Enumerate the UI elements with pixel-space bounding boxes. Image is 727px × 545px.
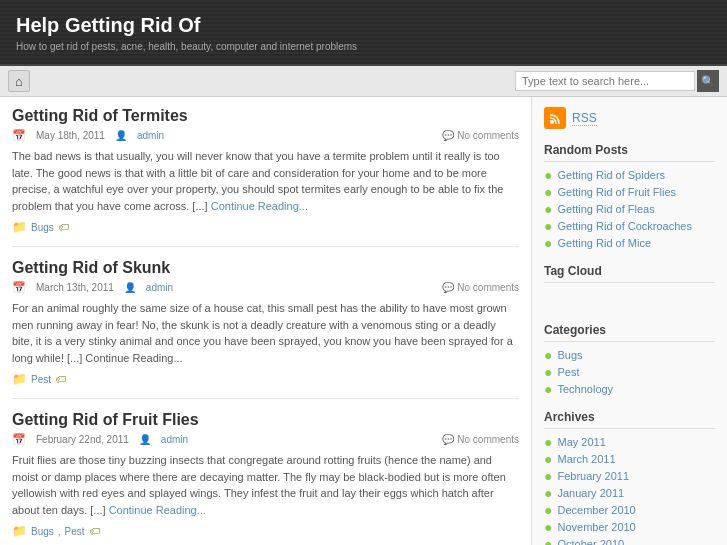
tag-cloud-content [544, 289, 715, 309]
random-post-link[interactable]: Getting Rid of Fruit Flies [557, 186, 676, 198]
bullet-icon: ● [544, 520, 552, 534]
random-post-link[interactable]: Getting Rid of Cockroaches [557, 220, 692, 232]
search-input[interactable] [515, 71, 695, 91]
tag-cloud-title: Tag Cloud [544, 264, 715, 283]
archive-link[interactable]: October 2010 [557, 538, 624, 545]
post-excerpt: The bad news is that usually, you will n… [12, 148, 519, 214]
archive-link[interactable]: January 2011 [557, 487, 624, 499]
post-excerpt: For an animal roughly the same size of a… [12, 300, 519, 366]
categories-list: ● Bugs ● Pest ● Technology [544, 348, 715, 396]
site-title: Help Getting Rid Of [16, 14, 711, 37]
post-meta: 📅 March 13th, 2011 👤 admin 💬 No comments [12, 281, 519, 294]
bullet-icon: ● [544, 236, 552, 250]
bullet-icon: ● [544, 503, 552, 517]
tag-link[interactable]: Pest [31, 374, 51, 385]
sidebar: RSS Random Posts ● Getting Rid of Spider… [532, 97, 727, 545]
archives-title: Archives [544, 410, 715, 429]
bullet-icon: ● [544, 348, 552, 362]
archive-link[interactable]: March 2011 [557, 453, 615, 465]
search-button[interactable]: 🔍 [697, 70, 719, 92]
post-tags: 📁 Bugs 🏷 [12, 220, 519, 234]
bullet-icon: ● [544, 219, 552, 233]
list-item: ● Getting Rid of Fruit Flies [544, 185, 715, 199]
archive-link[interactable]: May 2011 [557, 436, 605, 448]
list-item: ● Pest [544, 365, 715, 379]
category-link[interactable]: Bugs [557, 349, 582, 361]
home-button[interactable]: ⌂ [8, 70, 30, 92]
category-link[interactable]: Pest [557, 366, 579, 378]
random-posts-list: ● Getting Rid of Spiders ● Getting Rid o… [544, 168, 715, 250]
random-post-link[interactable]: Getting Rid of Fleas [557, 203, 654, 215]
random-post-link[interactable]: Getting Rid of Mice [557, 237, 651, 249]
post-tags: 📁 Pest 🏷 [12, 372, 519, 386]
archive-link[interactable]: February 2011 [557, 470, 629, 482]
post-comments[interactable]: 💬 No comments [442, 130, 519, 141]
post-1: Getting Rid of Termites 📅 May 18th, 2011… [12, 107, 519, 247]
bullet-icon: ● [544, 202, 552, 216]
navbar: ⌂ 🔍 [0, 66, 727, 97]
post-tags: 📁 Bugs, Pest 🏷 [12, 524, 519, 538]
archives-widget: Archives ● May 2011 ● March 2011 ● Febru… [544, 410, 715, 545]
categories-title: Categories [544, 323, 715, 342]
bullet-icon: ● [544, 486, 552, 500]
post-comments[interactable]: 💬 No comments [442, 282, 519, 293]
tag-icon: 🏷 [55, 373, 66, 385]
post-title[interactable]: Getting Rid of Fruit Flies [12, 411, 519, 429]
categories-widget: Categories ● Bugs ● Pest ● Technology [544, 323, 715, 396]
bullet-icon: ● [544, 185, 552, 199]
content-area: Getting Rid of Termites 📅 May 18th, 2011… [0, 97, 532, 545]
author-icon: 👤 [139, 434, 151, 445]
list-item: ● Getting Rid of Spiders [544, 168, 715, 182]
calendar-icon: 📅 [12, 433, 26, 446]
random-post-link[interactable]: Getting Rid of Spiders [557, 169, 665, 181]
post-comments[interactable]: 💬 No comments [442, 434, 519, 445]
list-item: ● February 2011 [544, 469, 715, 483]
author-icon: 👤 [115, 130, 127, 141]
tag-icon: 🏷 [89, 525, 100, 537]
post-author[interactable]: admin [161, 434, 188, 445]
list-item: ● March 2011 [544, 452, 715, 466]
list-item: ● Getting Rid of Mice [544, 236, 715, 250]
archive-link[interactable]: November 2010 [557, 521, 635, 533]
list-item: ● Technology [544, 382, 715, 396]
main-layout: Getting Rid of Termites 📅 May 18th, 2011… [0, 97, 727, 545]
folder-icon: 📁 [12, 372, 27, 386]
list-item: ● November 2010 [544, 520, 715, 534]
bullet-icon: ● [544, 537, 552, 545]
post-3: Getting Rid of Fruit Flies 📅 February 22… [12, 411, 519, 545]
folder-icon: 📁 [12, 524, 27, 538]
comment-icon: 💬 [442, 130, 454, 141]
svg-point-0 [550, 120, 554, 124]
comment-icon: 💬 [442, 434, 454, 445]
site-header: Help Getting Rid Of How to get rid of pe… [0, 0, 727, 66]
continue-reading-link[interactable]: Continue Reading... [109, 504, 206, 516]
post-date: February 22nd, 2011 [36, 434, 129, 445]
tag-link-bugs[interactable]: Bugs [31, 526, 54, 537]
post-author[interactable]: admin [146, 282, 173, 293]
list-item: ● Bugs [544, 348, 715, 362]
archives-list: ● May 2011 ● March 2011 ● February 2011 … [544, 435, 715, 545]
post-title[interactable]: Getting Rid of Termites [12, 107, 519, 125]
bullet-icon: ● [544, 452, 552, 466]
list-item: ● Getting Rid of Fleas [544, 202, 715, 216]
category-link[interactable]: Technology [557, 383, 613, 395]
tag-cloud-widget: Tag Cloud [544, 264, 715, 309]
calendar-icon: 📅 [12, 129, 26, 142]
tag-link-pest[interactable]: Pest [65, 526, 85, 537]
list-item: ● January 2011 [544, 486, 715, 500]
site-subtitle: How to get rid of pests, acne, health, b… [16, 41, 711, 52]
search-box: 🔍 [515, 70, 719, 92]
post-meta: 📅 May 18th, 2011 👤 admin 💬 No comments [12, 129, 519, 142]
continue-reading-link[interactable]: Continue Reading... [211, 200, 308, 212]
post-author[interactable]: admin [137, 130, 164, 141]
author-icon: 👤 [124, 282, 136, 293]
archive-link[interactable]: December 2010 [557, 504, 635, 516]
post-date: March 13th, 2011 [36, 282, 114, 293]
post-2: Getting Rid of Skunk 📅 March 13th, 2011 … [12, 259, 519, 399]
tag-link[interactable]: Bugs [31, 222, 54, 233]
bullet-icon: ● [544, 168, 552, 182]
rss-label[interactable]: RSS [572, 111, 597, 126]
post-excerpt: Fruit flies are those tiny buzzing insec… [12, 452, 519, 518]
random-posts-widget: Random Posts ● Getting Rid of Spiders ● … [544, 143, 715, 250]
post-title[interactable]: Getting Rid of Skunk [12, 259, 519, 277]
